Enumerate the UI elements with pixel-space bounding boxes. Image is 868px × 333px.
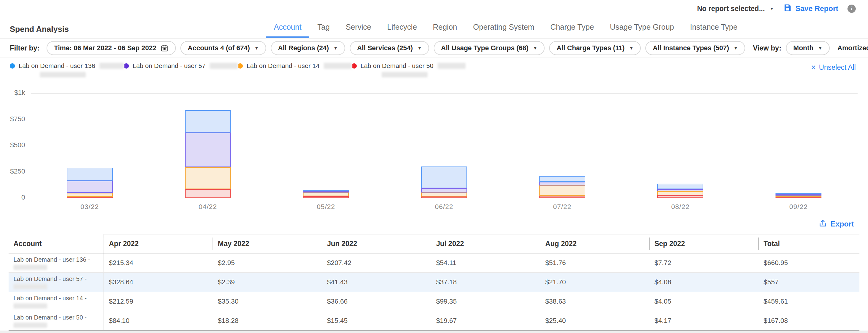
table-header-apr-2022[interactable]: Apr 2022 [103, 234, 213, 254]
value-cell: $557 [758, 273, 860, 292]
info-icon[interactable]: i [847, 5, 856, 13]
legend-item-lab-on-demand-user-136[interactable]: Lab on Demand - user 136 [10, 62, 124, 77]
tab-lifecycle[interactable]: Lifecycle [379, 23, 425, 38]
tab-instance-type[interactable]: Instance Type [682, 23, 745, 38]
filter-pill-all-charge-types-11[interactable]: All Charge Types (11)▼ [549, 41, 641, 55]
redacted-text [324, 63, 351, 69]
column-header-label: Jul 2022 [431, 237, 464, 250]
bar-segment-lab-on-demand-user-57 [185, 133, 231, 167]
account-cell: Lab on Demand - user 50 - [8, 311, 103, 331]
y-tick-label: $750 [1, 115, 25, 123]
stacked-bar-04-22[interactable] [185, 110, 231, 198]
x-tick-label: 08/22 [621, 203, 740, 211]
filter-pill-accounts-4-of-674[interactable]: Accounts 4 (of 674)▼ [180, 41, 266, 55]
value-cell: $459.61 [758, 292, 860, 311]
table-row[interactable]: Lab on Demand - user 14 -$212.59$35.30$3… [8, 292, 860, 311]
table-header-total[interactable]: Total [758, 234, 860, 254]
filter-pill-all-usage-type-groups-68[interactable]: All Usage Type Groups (68)▼ [434, 41, 545, 55]
view-by-value: Month [793, 44, 813, 52]
stacked-bar-08-22[interactable] [657, 184, 703, 198]
view-by-label: View by: [753, 44, 781, 52]
tab-tag[interactable]: Tag [309, 23, 338, 38]
legend-item-lab-on-demand-user-50[interactable]: Lab on Demand - user 50 [351, 62, 466, 77]
value-cell: $660.95 [758, 254, 860, 273]
legend-label: Lab on Demand - user 50 [361, 62, 433, 69]
table-header-jul-2022[interactable]: Jul 2022 [431, 234, 540, 254]
bar-segment-lab-on-demand-user-14 [67, 193, 113, 197]
legend-item-lab-on-demand-user-57[interactable]: Lab on Demand - user 57 [124, 62, 238, 77]
tab-usage-type-group[interactable]: Usage Type Group [602, 23, 682, 38]
bar-segment-lab-on-demand-user-14 [303, 193, 349, 196]
tab-account[interactable]: Account [266, 23, 309, 38]
chevron-down-icon: ▼ [734, 46, 738, 50]
value-cell: $54.11 [431, 254, 540, 273]
bar-segment-lab-on-demand-user-14 [185, 167, 231, 190]
export-button[interactable]: Export [819, 219, 854, 229]
table-header-row: AccountApr 2022May 2022Jun 2022Jul 2022A… [8, 234, 860, 254]
filter-pill-label: All Services (254) [357, 44, 413, 52]
column-header-label: Sep 2022 [649, 237, 685, 250]
table-header-may-2022[interactable]: May 2022 [213, 234, 321, 254]
filter-pill-time-06-mar-2022-06-sep-2022[interactable]: Time: 06 Mar 2022 - 06 Sep 2022 [46, 41, 176, 55]
stacked-bar-05-22[interactable] [303, 190, 349, 198]
column-header-label: May 2022 [213, 237, 249, 250]
filter-pill-label: Accounts 4 (of 674) [188, 44, 250, 52]
tab-operating-system[interactable]: Operating System [465, 23, 542, 38]
table-header-aug-2022[interactable]: Aug 2022 [540, 234, 649, 254]
x-tick-label: 03/22 [31, 203, 149, 211]
unselect-all-label: Unselect All [819, 63, 856, 72]
filter-pill-all-services-254[interactable]: All Services (254)▼ [350, 41, 429, 55]
table-row[interactable]: Lab on Demand - user 50 -$84.10$18.28$15… [8, 311, 860, 331]
legend-dot-icon [238, 63, 243, 69]
y-tick-label: 0 [1, 193, 25, 201]
account-name: Lab on Demand - user 14 - [13, 295, 87, 301]
bar-slot-03-22 [31, 93, 149, 198]
tab-service[interactable]: Service [338, 23, 379, 38]
view-by-dropdown[interactable]: Month ▼ [786, 41, 830, 55]
value-cell: $2.95 [213, 254, 321, 273]
account-name: Lab on Demand - user 50 - [13, 314, 87, 321]
page-title: Spend Analysis [10, 25, 69, 34]
x-tick-label: 05/22 [267, 203, 385, 211]
value-cell: $19.67 [431, 311, 540, 331]
unselect-all-button[interactable]: × Unselect All [811, 63, 856, 72]
save-report-button[interactable]: Save Report [783, 3, 838, 14]
stacked-bar-06-22[interactable] [421, 166, 467, 198]
value-cell: $167.08 [758, 311, 860, 331]
stacked-bar-07-22[interactable] [539, 176, 585, 198]
filter-pills: Time: 06 Mar 2022 - 06 Sep 2022Accounts … [46, 41, 745, 55]
account-cell: Lab on Demand - user 14 - [8, 292, 103, 311]
table-header-jun-2022[interactable]: Jun 2022 [322, 234, 431, 254]
table-row[interactable]: Lab on Demand - user 136 -$215.34$2.95$2… [8, 254, 860, 273]
legend-row: Lab on Demand - user 57 [124, 62, 238, 69]
tab-charge-type[interactable]: Charge Type [542, 23, 602, 38]
header-row: Spend Analysis AccountTagServiceLifecycl… [0, 17, 868, 39]
value-cell: $212.59 [103, 292, 213, 311]
bar-segment-lab-on-demand-user-50 [67, 197, 113, 198]
chevron-down-icon: ▼ [818, 46, 823, 50]
table-header-sep-2022[interactable]: Sep 2022 [649, 234, 758, 254]
value-cell: $25.40 [540, 311, 649, 331]
table-row[interactable]: Lab on Demand - user 57 -$328.64$2.39$41… [8, 273, 860, 292]
legend-label: Lab on Demand - user 136 [19, 62, 95, 69]
account-cell: Lab on Demand - user 136 - [8, 254, 103, 273]
stacked-bar-03-22[interactable] [67, 168, 113, 198]
legend-label: Lab on Demand - user 14 [247, 62, 319, 69]
filter-bar: Filter by: Time: 06 Mar 2022 - 06 Sep 20… [0, 39, 868, 58]
bar-segment-lab-on-demand-user-14 [539, 186, 585, 196]
report-selector-dropdown[interactable]: No report selected... ▼ [697, 5, 774, 13]
chevron-down-icon: ▼ [770, 6, 774, 11]
filter-pill-all-instance-types-507[interactable]: All Instance Types (507)▼ [645, 41, 745, 55]
tab-region[interactable]: Region [425, 23, 465, 38]
amortized-control: Amortized i [837, 44, 868, 52]
value-cell: $36.66 [322, 292, 431, 311]
column-header-label: Jun 2022 [322, 237, 357, 250]
bar-segment-lab-on-demand-user-136 [185, 110, 231, 133]
value-cell: $328.64 [103, 273, 213, 292]
spend-bar-chart: $1k$750$500$2500 03/2204/2205/2206/2207/… [0, 86, 868, 215]
legend-item-lab-on-demand-user-14[interactable]: Lab on Demand - user 14 [238, 62, 351, 77]
stacked-bar-09-22[interactable] [775, 193, 822, 198]
filter-pill-all-regions-24[interactable]: All Regions (24)▼ [271, 41, 345, 55]
value-cell: $215.34 [103, 254, 213, 273]
table-header-account[interactable]: Account [8, 234, 103, 254]
